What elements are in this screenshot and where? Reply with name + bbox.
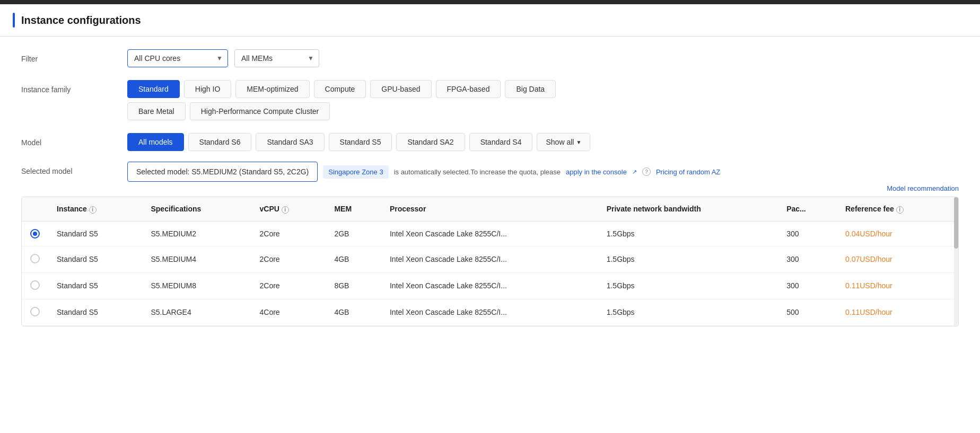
td-mem: 8GB: [326, 272, 381, 299]
td-network: 1.5Gbps: [598, 221, 778, 246]
td-vcpu: 2Core: [251, 246, 326, 272]
selected-model-content: Selected model: S5.MEDIUM2 (Standard S5,…: [127, 162, 720, 182]
external-link-icon: ↗: [632, 169, 637, 175]
td-ref-fee: 0.11USD/hour: [837, 299, 958, 325]
family-btn-compute[interactable]: Compute: [314, 80, 366, 98]
show-all-label: Show all: [546, 138, 574, 146]
th-radio: [22, 197, 48, 221]
zone-badge: Singapore Zone 3: [323, 165, 388, 179]
table-row[interactable]: Standard S5 S5.MEDIUM8 2Core 8GB Intel X…: [22, 272, 958, 299]
family-btn-gpu[interactable]: GPU-based: [370, 80, 431, 98]
td-vcpu: 2Core: [251, 272, 326, 299]
td-radio[interactable]: [22, 246, 48, 272]
table-row[interactable]: Standard S5 S5.MEDIUM4 2Core 4GB Intel X…: [22, 246, 958, 272]
show-all-button[interactable]: Show all ▼: [537, 133, 590, 151]
cpu-select-wrap: All CPU cores2 Cores4 Cores8 Cores16 Cor…: [127, 49, 228, 67]
radio-btn-unselected[interactable]: [30, 254, 40, 263]
radio-btn-unselected[interactable]: [30, 307, 40, 316]
selected-model-label: Selected model: [21, 162, 127, 175]
th-instance: Instance i: [48, 197, 142, 221]
th-packet: Pac...: [778, 197, 837, 221]
th-vcpu: vCPU i: [251, 197, 326, 221]
filter-controls: All CPU cores2 Cores4 Cores8 Cores16 Cor…: [127, 49, 319, 67]
table-row[interactable]: Standard S5 S5.MEDIUM2 2Core 2GB Intel X…: [22, 221, 958, 246]
model-btn-sa2[interactable]: Standard SA2: [396, 133, 465, 151]
td-processor: Intel Xeon Cascade Lake 8255C/I...: [381, 246, 598, 272]
model-btn-s5[interactable]: Standard S5: [329, 133, 392, 151]
radio-btn-selected[interactable]: [30, 229, 40, 238]
model-row: Model All models Standard S6 Standard SA…: [21, 133, 959, 151]
family-btn-standard[interactable]: Standard: [127, 80, 180, 98]
table-row[interactable]: Standard S5 S5.LARGE4 4Core 4GB Intel Xe…: [22, 299, 958, 325]
main-content: Filter All CPU cores2 Cores4 Cores8 Core…: [0, 37, 980, 433]
td-vcpu: 2Core: [251, 221, 326, 246]
apply-console-link[interactable]: apply in the console: [566, 168, 627, 176]
td-network: 1.5Gbps: [598, 246, 778, 272]
scrollbar-thumb[interactable]: [954, 197, 958, 249]
td-mem: 4GB: [326, 246, 381, 272]
td-instance: Standard S5: [48, 272, 142, 299]
td-radio[interactable]: [22, 272, 48, 299]
td-ref-fee: 0.04USD/hour: [837, 221, 958, 246]
td-radio[interactable]: [22, 299, 48, 325]
selected-model-value: Selected model: S5.MEDIUM2 (Standard S5,…: [136, 167, 309, 176]
scrollbar-track[interactable]: [954, 197, 958, 326]
filter-row: Filter All CPU cores2 Cores4 Cores8 Core…: [21, 49, 959, 67]
page-header: Instance configurations: [0, 4, 980, 37]
model-label: Model: [21, 133, 127, 147]
td-packet: 500: [778, 299, 837, 325]
family-btn-mem-optimized[interactable]: MEM-optimized: [235, 80, 309, 98]
instance-family-label: Instance family: [21, 80, 127, 94]
header-accent: [13, 13, 15, 28]
td-specs: S5.MEDIUM4: [142, 246, 251, 272]
family-btn-bare-metal[interactable]: Bare Metal: [127, 102, 186, 120]
family-row-2: Bare Metal High-Performance Compute Clus…: [127, 102, 763, 120]
mem-select[interactable]: All MEMs2GB4GB8GB16GB: [234, 49, 319, 67]
td-processor: Intel Xeon Cascade Lake 8255C/I...: [381, 299, 598, 325]
family-btn-fpga[interactable]: FPGA-based: [436, 80, 501, 98]
cpu-select[interactable]: All CPU cores2 Cores4 Cores8 Cores16 Cor…: [127, 49, 228, 67]
model-btn-s4[interactable]: Standard S4: [469, 133, 533, 151]
selected-model-row: Selected model Selected model: S5.MEDIUM…: [21, 162, 959, 182]
td-processor: Intel Xeon Cascade Lake 8255C/I...: [381, 221, 598, 246]
page-title: Instance configurations: [21, 14, 141, 26]
instance-family-row: Instance family Standard High IO MEM-opt…: [21, 80, 959, 120]
model-recommendation-wrap: Model recommendation: [21, 184, 959, 192]
td-network: 1.5Gbps: [598, 272, 778, 299]
family-btn-big-data[interactable]: Big Data: [505, 80, 556, 98]
reffee-info-icon: i: [896, 206, 904, 214]
model-buttons: All models Standard S6 Standard SA3 Stan…: [127, 133, 590, 151]
td-packet: 300: [778, 272, 837, 299]
th-network: Private network bandwidth: [598, 197, 778, 221]
td-ref-fee: 0.07USD/hour: [837, 246, 958, 272]
instance-table: Instance i Specifications vCPU i MEM Pro…: [22, 197, 958, 326]
td-packet: 300: [778, 246, 837, 272]
td-instance: Standard S5: [48, 246, 142, 272]
model-btn-s6[interactable]: Standard S6: [188, 133, 252, 151]
instance-info-icon: i: [89, 206, 97, 214]
td-radio[interactable]: [22, 221, 48, 246]
instance-family-buttons: Standard High IO MEM-optimized Compute G…: [127, 80, 763, 120]
model-btn-sa3[interactable]: Standard SA3: [256, 133, 324, 151]
family-btn-hpc[interactable]: High-Performance Compute Cluster: [190, 102, 330, 120]
pricing-random-link[interactable]: Pricing of random AZ: [656, 168, 720, 176]
td-ref-fee: 0.11USD/hour: [837, 272, 958, 299]
td-instance: Standard S5: [48, 299, 142, 325]
td-specs: S5.MEDIUM2: [142, 221, 251, 246]
model-btn-all[interactable]: All models: [127, 133, 184, 151]
radio-btn-unselected[interactable]: [30, 280, 40, 290]
top-bar: [0, 0, 980, 4]
filter-label: Filter: [21, 49, 127, 63]
th-specifications: Specifications: [142, 197, 251, 221]
table-header-row: Instance i Specifications vCPU i MEM Pro…: [22, 197, 958, 221]
th-ref-fee: Reference fee i: [837, 197, 958, 221]
table-outer[interactable]: Instance i Specifications vCPU i MEM Pro…: [21, 197, 959, 326]
selected-model-box: Selected model: S5.MEDIUM2 (Standard S5,…: [127, 162, 318, 182]
family-btn-high-io[interactable]: High IO: [184, 80, 231, 98]
td-packet: 300: [778, 221, 837, 246]
vcpu-info-icon: i: [282, 206, 289, 214]
td-network: 1.5Gbps: [598, 299, 778, 325]
help-icon: ?: [642, 167, 651, 176]
mem-select-wrap: All MEMs2GB4GB8GB16GB ▼: [234, 49, 319, 67]
model-recommendation-link[interactable]: Model recommendation: [887, 184, 959, 192]
